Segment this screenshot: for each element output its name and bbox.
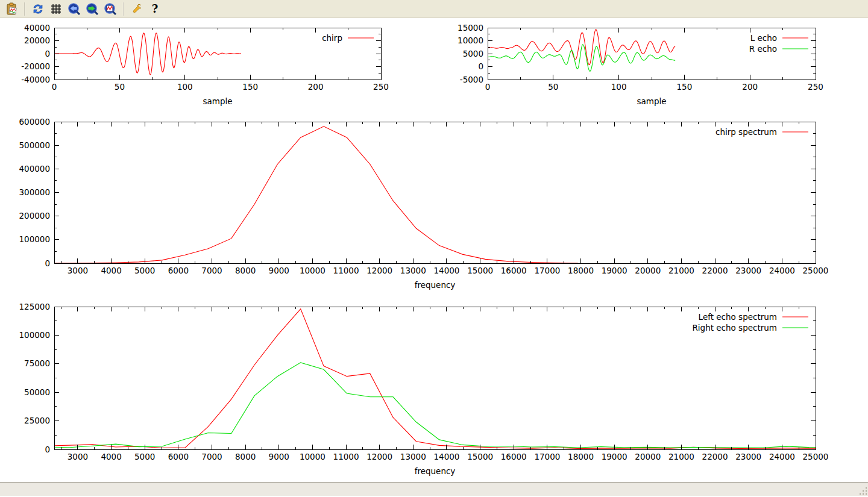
svg-text:15000: 15000 (467, 452, 493, 461)
svg-text:10000: 10000 (300, 266, 326, 275)
autoscale-icon (104, 2, 117, 16)
svg-text:-20000: -20000 (21, 61, 50, 71)
svg-text:25000: 25000 (803, 452, 829, 461)
chirp-wave-xlabel: sample (203, 96, 232, 106)
refresh-icon (31, 2, 45, 16)
svg-text:21000: 21000 (668, 266, 694, 275)
clipboard-icon (5, 2, 18, 16)
status-text (0, 485, 4, 493)
svg-text:20000: 20000 (635, 452, 661, 461)
right-echo-spectrum-line (54, 363, 816, 448)
echo-spectra-plot: 3000400050006000700080009000100001100012… (19, 302, 828, 477)
svg-text:12000: 12000 (366, 452, 392, 461)
svg-text:19000: 19000 (602, 266, 627, 275)
svg-text:15000: 15000 (467, 266, 493, 275)
svg-text:19000: 19000 (602, 452, 627, 461)
svg-text:17000: 17000 (534, 266, 560, 275)
svg-text:500000: 500000 (19, 140, 50, 150)
svg-text:200: 200 (742, 82, 758, 92)
svg-text:50000: 50000 (24, 387, 50, 397)
legend-label: L echo (750, 33, 777, 43)
svg-text:12000: 12000 (366, 266, 392, 275)
chirp-spectrum-line (54, 127, 578, 263)
zoom-next-icon (86, 2, 99, 16)
grid-icon (49, 2, 63, 16)
chirp-line (54, 33, 241, 75)
svg-text:-5000: -5000 (460, 75, 483, 84)
svg-text:24000: 24000 (769, 452, 795, 461)
legend-label: Left echo spectrum (699, 312, 777, 322)
svg-text:0: 0 (45, 445, 50, 454)
copy-to-clipboard-button[interactable] (3, 1, 20, 17)
wrench-icon (130, 2, 143, 16)
r-echo-line (488, 45, 675, 71)
chirp-wave-series (54, 33, 241, 75)
svg-text:23000: 23000 (735, 266, 761, 275)
svg-text:150: 150 (242, 82, 258, 92)
plot-canvas[interactable]: 050100150200250-40000-2000002000040000sa… (0, 18, 868, 483)
svg-text:16000: 16000 (501, 266, 527, 275)
svg-text:5000: 5000 (463, 49, 483, 58)
svg-text:9000: 9000 (269, 452, 289, 461)
svg-text:0: 0 (45, 258, 50, 268)
svg-text:40000: 40000 (24, 23, 50, 33)
toggle-grid-button[interactable] (48, 1, 64, 17)
zoom-previous-button[interactable] (66, 1, 83, 17)
resize-grip[interactable] (858, 486, 867, 495)
autoscale-button[interactable] (102, 1, 119, 17)
toolbar-separator (24, 2, 25, 16)
echo-spectra-xlabel: frequency (415, 466, 456, 476)
svg-text:11000: 11000 (333, 452, 359, 461)
zoom-previous-icon (68, 2, 81, 16)
svg-text:300000: 300000 (19, 187, 50, 197)
svg-text:100000: 100000 (19, 234, 50, 244)
svg-text:17000: 17000 (534, 452, 560, 461)
svg-text:9000: 9000 (269, 266, 289, 275)
svg-text:25000: 25000 (24, 416, 50, 425)
svg-text:13000: 13000 (400, 266, 426, 275)
svg-text:0: 0 (478, 61, 483, 71)
svg-text:3000: 3000 (68, 266, 88, 275)
replot-button[interactable] (30, 1, 46, 17)
svg-text:4000: 4000 (101, 266, 121, 275)
svg-text:200: 200 (308, 82, 324, 92)
svg-text:100: 100 (177, 82, 193, 92)
svg-text:21000: 21000 (668, 452, 694, 461)
svg-text:22000: 22000 (702, 452, 728, 461)
echo-wave-series (488, 30, 675, 71)
svg-text:125000: 125000 (19, 302, 50, 311)
chirp-spectrum-tick-labels: 3000400050006000700080009000100001100012… (19, 117, 828, 276)
svg-text:7000: 7000 (201, 452, 222, 461)
svg-text:10000: 10000 (458, 36, 483, 45)
svg-text:3000: 3000 (68, 452, 88, 461)
svg-text:0: 0 (45, 49, 50, 58)
svg-text:50: 50 (115, 82, 125, 92)
svg-text:22000: 22000 (702, 266, 728, 275)
svg-text:8000: 8000 (235, 266, 256, 275)
echo-wave-xlabel: sample (637, 96, 666, 106)
svg-text:20000: 20000 (24, 36, 50, 45)
legend-label: chirp spectrum (715, 127, 777, 137)
legend-label: chirp (322, 33, 342, 43)
legend-label: Right echo spectrum (692, 323, 777, 333)
zoom-next-button[interactable] (84, 1, 101, 17)
svg-text:15000: 15000 (458, 23, 483, 33)
toolbar: ? (0, 0, 868, 18)
svg-text:100: 100 (611, 82, 627, 92)
chirp-wave-plot: 050100150200250-40000-2000002000040000sa… (21, 23, 389, 107)
svg-text:5000: 5000 (134, 452, 155, 461)
svg-text:8000: 8000 (235, 452, 256, 461)
svg-text:18000: 18000 (568, 452, 594, 461)
status-bar (0, 482, 868, 496)
svg-text:20000: 20000 (635, 266, 661, 275)
configure-button[interactable] (128, 1, 145, 17)
svg-text:16000: 16000 (501, 452, 527, 461)
svg-text:50: 50 (548, 82, 558, 92)
help-button[interactable]: ? (146, 1, 163, 17)
echo-wave-plot: 050100150200250-5000050001000015000sampl… (458, 23, 823, 107)
legend-label: R echo (749, 44, 777, 54)
svg-text:75000: 75000 (24, 358, 50, 368)
svg-text:400000: 400000 (19, 164, 50, 173)
chirp-spectrum-series (54, 127, 578, 263)
svg-text:600000: 600000 (19, 117, 50, 127)
